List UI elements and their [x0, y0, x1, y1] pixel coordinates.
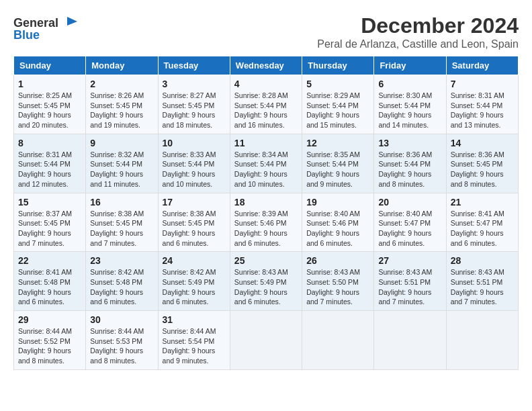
day-info: Sunrise: 8:41 AMSunset: 5:47 PMDaylight:…: [451, 209, 514, 248]
calendar-cell: 26Sunrise: 8:43 AMSunset: 5:50 PMDayligh…: [302, 252, 374, 311]
calendar-cell: 11Sunrise: 8:34 AMSunset: 5:44 PMDayligh…: [230, 134, 302, 193]
svg-text:General: General: [13, 16, 58, 30]
calendar-cell: 3Sunrise: 8:27 AMSunset: 5:45 PMDaylight…: [158, 75, 230, 134]
calendar-cell: 15Sunrise: 8:37 AMSunset: 5:45 PMDayligh…: [14, 193, 86, 252]
calendar-cell: 29Sunrise: 8:44 AMSunset: 5:52 PMDayligh…: [14, 311, 86, 370]
calendar-cell: 5Sunrise: 8:29 AMSunset: 5:44 PMDaylight…: [302, 75, 374, 134]
day-info: Sunrise: 8:25 AMSunset: 5:45 PMDaylight:…: [18, 91, 81, 130]
day-number: 8: [18, 138, 81, 148]
calendar-cell: 8Sunrise: 8:31 AMSunset: 5:44 PMDaylight…: [14, 134, 86, 193]
day-info: Sunrise: 8:37 AMSunset: 5:45 PMDaylight:…: [18, 209, 81, 248]
day-of-week-header: Sunday: [14, 56, 86, 75]
day-number: 31: [163, 314, 226, 325]
day-number: 28: [451, 255, 514, 266]
day-info: Sunrise: 8:38 AMSunset: 5:45 PMDaylight:…: [163, 209, 226, 248]
day-of-week-header: Saturday: [446, 56, 518, 75]
day-number: 17: [163, 197, 226, 208]
day-number: 11: [234, 138, 298, 148]
day-info: Sunrise: 8:32 AMSunset: 5:44 PMDaylight:…: [90, 150, 153, 189]
calendar-cell: 18Sunrise: 8:39 AMSunset: 5:46 PMDayligh…: [230, 193, 302, 252]
calendar-cell: 19Sunrise: 8:40 AMSunset: 5:46 PMDayligh…: [302, 193, 374, 252]
day-info: Sunrise: 8:33 AMSunset: 5:44 PMDaylight:…: [163, 150, 226, 189]
day-of-week-header: Wednesday: [230, 56, 302, 75]
day-number: 25: [234, 255, 298, 266]
calendar-cell: 30Sunrise: 8:44 AMSunset: 5:53 PMDayligh…: [86, 311, 158, 370]
day-info: Sunrise: 8:44 AMSunset: 5:52 PMDaylight:…: [18, 326, 81, 366]
logo-general-text: General Blue: [13, 13, 81, 43]
day-info: Sunrise: 8:43 AMSunset: 5:51 PMDaylight:…: [378, 267, 441, 307]
day-number: 12: [306, 138, 369, 148]
calendar-cell: [302, 311, 374, 370]
calendar-cell: 24Sunrise: 8:42 AMSunset: 5:49 PMDayligh…: [158, 252, 230, 311]
day-of-week-header: Tuesday: [158, 56, 230, 75]
calendar-cell: 1Sunrise: 8:25 AMSunset: 5:45 PMDaylight…: [14, 75, 86, 134]
day-info: Sunrise: 8:43 AMSunset: 5:49 PMDaylight:…: [234, 267, 298, 307]
calendar-cell: 28Sunrise: 8:43 AMSunset: 5:51 PMDayligh…: [446, 252, 518, 311]
day-info: Sunrise: 8:43 AMSunset: 5:50 PMDaylight:…: [306, 267, 369, 307]
day-number: 10: [163, 138, 226, 148]
day-number: 26: [306, 255, 369, 266]
day-info: Sunrise: 8:40 AMSunset: 5:46 PMDaylight:…: [306, 209, 369, 248]
calendar-cell: 21Sunrise: 8:41 AMSunset: 5:47 PMDayligh…: [446, 193, 518, 252]
day-number: 30: [90, 314, 153, 325]
calendar-cell: 9Sunrise: 8:32 AMSunset: 5:44 PMDaylight…: [86, 134, 158, 193]
day-number: 6: [378, 79, 441, 89]
day-number: 7: [451, 79, 514, 89]
calendar-cell: 27Sunrise: 8:43 AMSunset: 5:51 PMDayligh…: [374, 252, 446, 311]
day-info: Sunrise: 8:31 AMSunset: 5:44 PMDaylight:…: [451, 91, 514, 130]
calendar-cell: 6Sunrise: 8:30 AMSunset: 5:44 PMDaylight…: [374, 75, 446, 134]
day-info: Sunrise: 8:26 AMSunset: 5:45 PMDaylight:…: [90, 91, 153, 130]
calendar-cell: [230, 311, 302, 370]
month-year-title: December 2024: [317, 13, 519, 38]
day-info: Sunrise: 8:43 AMSunset: 5:51 PMDaylight:…: [451, 267, 514, 307]
calendar-cell: 13Sunrise: 8:36 AMSunset: 5:44 PMDayligh…: [374, 134, 446, 193]
day-number: 5: [306, 79, 369, 89]
day-info: Sunrise: 8:31 AMSunset: 5:44 PMDaylight:…: [18, 150, 81, 189]
day-info: Sunrise: 8:36 AMSunset: 5:45 PMDaylight:…: [451, 150, 514, 189]
day-number: 1: [18, 79, 81, 89]
calendar-cell: 22Sunrise: 8:41 AMSunset: 5:48 PMDayligh…: [14, 252, 86, 311]
day-info: Sunrise: 8:38 AMSunset: 5:45 PMDaylight:…: [90, 209, 153, 248]
calendar-cell: 2Sunrise: 8:26 AMSunset: 5:45 PMDaylight…: [86, 75, 158, 134]
day-number: 19: [306, 197, 369, 208]
page-header: General Blue December 2024 Peral de Arla…: [13, 13, 519, 50]
calendar-cell: [374, 311, 446, 370]
day-info: Sunrise: 8:40 AMSunset: 5:47 PMDaylight:…: [378, 209, 441, 248]
day-number: 20: [378, 197, 441, 208]
calendar-cell: 14Sunrise: 8:36 AMSunset: 5:45 PMDayligh…: [446, 134, 518, 193]
day-number: 2: [90, 79, 153, 89]
day-of-week-header: Monday: [86, 56, 158, 75]
day-number: 22: [18, 255, 81, 266]
day-info: Sunrise: 8:30 AMSunset: 5:44 PMDaylight:…: [378, 91, 441, 130]
day-number: 15: [18, 197, 81, 208]
calendar-cell: 16Sunrise: 8:38 AMSunset: 5:45 PMDayligh…: [86, 193, 158, 252]
day-info: Sunrise: 8:44 AMSunset: 5:53 PMDaylight:…: [90, 326, 153, 366]
day-number: 13: [378, 138, 441, 148]
calendar-cell: 23Sunrise: 8:42 AMSunset: 5:48 PMDayligh…: [86, 252, 158, 311]
day-of-week-header: Thursday: [302, 56, 374, 75]
day-info: Sunrise: 8:36 AMSunset: 5:44 PMDaylight:…: [378, 150, 441, 189]
day-number: 3: [163, 79, 226, 89]
day-info: Sunrise: 8:28 AMSunset: 5:44 PMDaylight:…: [234, 91, 298, 130]
calendar-cell: [446, 311, 518, 370]
day-info: Sunrise: 8:27 AMSunset: 5:45 PMDaylight:…: [163, 91, 226, 130]
day-number: 4: [234, 79, 298, 89]
day-number: 29: [18, 314, 81, 325]
day-number: 27: [378, 255, 441, 266]
calendar-cell: 7Sunrise: 8:31 AMSunset: 5:44 PMDaylight…: [446, 75, 518, 134]
day-number: 14: [451, 138, 514, 148]
calendar-cell: 4Sunrise: 8:28 AMSunset: 5:44 PMDaylight…: [230, 75, 302, 134]
calendar-cell: 12Sunrise: 8:35 AMSunset: 5:44 PMDayligh…: [302, 134, 374, 193]
day-info: Sunrise: 8:44 AMSunset: 5:54 PMDaylight:…: [163, 326, 226, 366]
logo: General Blue: [13, 13, 81, 43]
day-number: 21: [451, 197, 514, 208]
calendar-table: SundayMondayTuesdayWednesdayThursdayFrid…: [13, 56, 519, 370]
day-info: Sunrise: 8:34 AMSunset: 5:44 PMDaylight:…: [234, 150, 298, 189]
day-info: Sunrise: 8:35 AMSunset: 5:44 PMDaylight:…: [306, 150, 369, 189]
calendar-cell: 17Sunrise: 8:38 AMSunset: 5:45 PMDayligh…: [158, 193, 230, 252]
location-subtitle: Peral de Arlanza, Castille and Leon, Spa…: [317, 38, 519, 50]
day-of-week-header: Friday: [374, 56, 446, 75]
day-number: 23: [90, 255, 153, 266]
calendar-cell: 25Sunrise: 8:43 AMSunset: 5:49 PMDayligh…: [230, 252, 302, 311]
day-number: 16: [90, 197, 153, 208]
